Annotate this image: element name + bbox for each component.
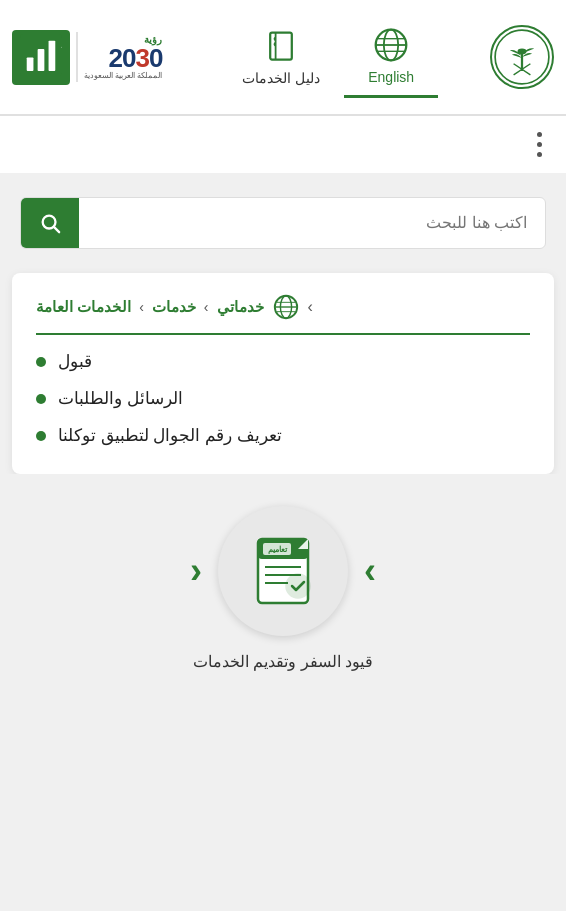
breadcrumb-item-khadamat[interactable]: خدمات — [152, 298, 196, 316]
app-header: English دليل الخدمات رؤية 2030 المملكة — [0, 0, 566, 115]
globe-icon — [373, 27, 409, 63]
bullet-1 — [36, 357, 46, 367]
chevron-left-icon: ‹ — [190, 550, 202, 591]
svg-rect-14 — [38, 49, 45, 71]
vision-year: 2030 — [109, 45, 163, 71]
vision-area: رؤية 2030 المملكة العربية السعودية أبشر — [12, 30, 166, 85]
nav-english-tab[interactable]: English — [344, 17, 438, 98]
svg-rect-13 — [27, 57, 34, 70]
vision-logo: رؤية 2030 المملكة العربية السعودية أبشر — [12, 30, 166, 85]
breadcrumb-globe-icon — [272, 293, 300, 321]
carousel-label: قيود السفر وتقديم الخدمات — [193, 652, 373, 671]
menu-item-label-1: قبول — [58, 351, 92, 372]
logo — [490, 25, 554, 89]
carousel-center: تعاميم — [218, 506, 348, 636]
search-button[interactable] — [21, 198, 79, 248]
carousel-section: › تعاميم — [0, 474, 566, 691]
bullet-3 — [36, 431, 46, 441]
svg-text:تعاميم: تعاميم — [268, 545, 288, 554]
breadcrumb-item-khadamati[interactable]: خدماتي — [217, 298, 264, 316]
search-icon — [39, 212, 61, 234]
breadcrumb-item-general[interactable]: الخدمات العامة — [36, 298, 131, 316]
dot1 — [537, 132, 542, 137]
list-item[interactable]: الرسائل والطلبات — [36, 388, 530, 409]
carousel-prev-button[interactable]: ‹ — [174, 550, 218, 592]
breadcrumb: › خدماتي › خدمات › الخدمات العامة — [36, 293, 530, 335]
nav-english-label: English — [368, 69, 414, 85]
book-icon — [263, 28, 299, 64]
search-section — [0, 173, 566, 273]
logo-icon — [494, 29, 550, 85]
svg-point-31 — [286, 574, 310, 598]
logo-area — [490, 25, 554, 89]
dot2 — [537, 142, 542, 147]
svg-rect-10 — [270, 33, 292, 60]
nav-services-label: دليل الخدمات — [242, 70, 320, 86]
bullet-2 — [36, 394, 46, 404]
breadcrumb-sep2: › — [139, 299, 144, 315]
back-arrow-icon[interactable]: › — [308, 298, 313, 316]
dot3 — [537, 152, 542, 157]
menu-dots-area — [0, 116, 566, 173]
menu-item-label-2: الرسائل والطلبات — [58, 388, 183, 409]
svg-rect-15 — [49, 40, 56, 70]
breadcrumb-sep1: › — [204, 299, 209, 315]
nav-tabs: English دليل الخدمات — [218, 17, 438, 98]
list-item[interactable]: قبول — [36, 351, 530, 372]
search-input[interactable] — [79, 200, 545, 246]
carousel-row: › تعاميم — [20, 506, 546, 636]
three-dots-menu[interactable] — [537, 132, 542, 157]
list-item[interactable]: تعريف رقم الجوال لتطبيق توكلنا — [36, 425, 530, 446]
carousel-next-button[interactable]: › — [348, 550, 392, 592]
svg-line-18 — [54, 227, 59, 232]
breadcrumb-card: › خدماتي › خدمات › الخدمات العامة قبول ا… — [12, 273, 554, 474]
chevron-right-icon: › — [364, 550, 376, 591]
services-menu-list: قبول الرسائل والطلبات تعريف رقم الجوال ل… — [36, 351, 530, 446]
kingdom-label: المملكة العربية السعودية — [84, 71, 162, 80]
abshir-logo: أبشر — [12, 30, 70, 85]
nav-services-tab[interactable]: دليل الخدمات — [218, 18, 344, 96]
carousel-item[interactable]: تعاميم — [218, 506, 348, 636]
search-bar — [20, 197, 546, 249]
menu-item-label-3: تعريف رقم الجوال لتطبيق توكلنا — [58, 425, 282, 446]
travel-restrictions-icon: تعاميم — [243, 531, 323, 611]
svg-point-4 — [518, 49, 527, 55]
